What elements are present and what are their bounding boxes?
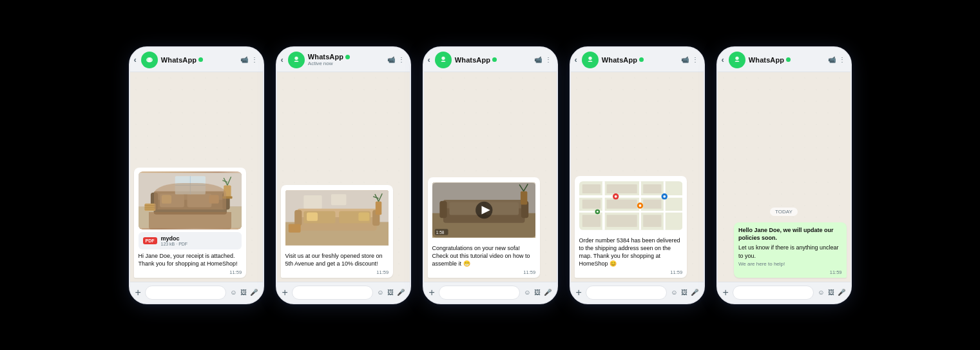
avatar-2 — [288, 52, 305, 68]
more-icon-2[interactable]: ⋮ — [398, 56, 405, 63]
svg-rect-76 — [643, 199, 661, 208]
image-icon-4[interactable]: 🖼 — [681, 289, 687, 296]
back-icon[interactable]: ‹ — [134, 55, 137, 64]
back-icon-2[interactable]: ‹ — [281, 55, 283, 64]
phone-3: ‹ WhatsApp 📹 ⋮ — [423, 46, 558, 304]
pdf-filename: mydoc — [161, 235, 188, 242]
msg-bold-text-5: Hello Jane Doe, we will update our polic… — [738, 227, 834, 241]
msg-image-2 — [285, 189, 389, 249]
sofa-image-1 — [139, 171, 242, 229]
svg-rect-9 — [160, 194, 184, 208]
video-call-icon[interactable]: 📹 — [240, 56, 248, 63]
phone-wrapper-4: ‹ WhatsApp 📹 ⋮ — [570, 46, 705, 304]
mic-icon-3[interactable]: 🎤 — [544, 289, 552, 296]
svg-rect-12 — [209, 195, 218, 204]
message-input-5[interactable] — [733, 286, 814, 300]
message-input-3[interactable] — [439, 286, 520, 300]
name-area-2: WhatsApp Active now — [308, 53, 384, 66]
video-call-icon-2[interactable]: 📹 — [387, 56, 395, 63]
msg-text-5: Let us know if there is anything unclear… — [738, 244, 842, 259]
mic-icon-4[interactable]: 🎤 — [691, 289, 698, 296]
phone-2: ‹ WhatsApp Active now 📹 ⋮ — [276, 46, 411, 304]
plus-icon-5[interactable]: + — [723, 287, 729, 298]
msg-time-3: 11:59 — [432, 269, 536, 275]
svg-point-83 — [639, 204, 641, 207]
plus-icon-1[interactable]: + — [135, 287, 141, 298]
svg-point-45 — [441, 56, 445, 59]
chat-body-4: Order number 5384 has been delivered to … — [571, 72, 704, 282]
more-icon-4[interactable]: ⋮ — [692, 56, 698, 63]
svg-rect-75 — [606, 199, 637, 208]
svg-rect-74 — [582, 199, 600, 208]
footer-icons-1: ☺ 🖼 🎤 — [230, 289, 257, 296]
online-dot-4 — [639, 57, 644, 62]
msg-map-4[interactable] — [579, 180, 683, 234]
svg-rect-77 — [582, 215, 600, 227]
footer-icons-2: ☺ 🖼 🎤 — [377, 289, 404, 296]
msg-time-4: 11:59 — [579, 269, 683, 275]
phone-1: ‹ WhatsApp 📹 ⋮ — [129, 46, 264, 304]
back-icon-3[interactable]: ‹ — [428, 55, 430, 64]
name-area-5: WhatsApp — [749, 56, 825, 64]
phone-footer-4: + ☺ 🖼 🎤 — [571, 282, 704, 303]
image-icon-5[interactable]: 🖼 — [828, 289, 834, 296]
message-bubble-1: PDF mydoc 123 kB · PDF Hi Jane Doe, your… — [134, 168, 247, 277]
phone-4: ‹ WhatsApp 📹 ⋮ — [570, 46, 705, 304]
phone-wrapper-5: ‹ WhatsApp 📹 ⋮ TODAY — [716, 46, 852, 304]
svg-rect-78 — [606, 215, 637, 227]
phone-header-4: ‹ WhatsApp 📹 ⋮ — [571, 48, 704, 72]
emoji-icon-4[interactable]: ☺ — [671, 289, 677, 296]
more-icon-5[interactable]: ⋮ — [839, 56, 845, 63]
message-input-1[interactable] — [145, 286, 226, 300]
image-icon-3[interactable]: 🖼 — [534, 289, 541, 296]
back-icon-4[interactable]: ‹ — [575, 55, 577, 64]
avatar-3 — [435, 52, 452, 68]
svg-rect-44 — [288, 224, 300, 233]
plus-icon-3[interactable]: + — [429, 287, 435, 298]
today-label-5: TODAY — [770, 208, 798, 216]
svg-point-25 — [294, 56, 298, 59]
name-area-4: WhatsApp — [602, 56, 678, 64]
message-input-2[interactable] — [292, 286, 373, 300]
avatar-4 — [582, 52, 599, 68]
more-icon-3[interactable]: ⋮ — [545, 56, 552, 63]
mic-icon-1[interactable]: 🎤 — [250, 289, 258, 296]
video-call-icon-5[interactable]: 📹 — [828, 56, 836, 63]
online-dot-1 — [198, 57, 203, 62]
phone-footer-2: + ☺ 🖼 🎤 — [277, 282, 410, 303]
chat-body-1: PDF mydoc 123 kB · PDF Hi Jane Doe, your… — [130, 72, 263, 282]
plus-icon-2[interactable]: + — [282, 287, 288, 298]
msg-time-5: 11:59 — [738, 269, 842, 275]
back-icon-5[interactable]: ‹ — [722, 55, 724, 64]
emoji-icon-5[interactable]: ☺ — [818, 289, 824, 296]
svg-rect-79 — [643, 215, 661, 227]
video-call-icon-3[interactable]: 📹 — [534, 56, 542, 63]
msg-text-4: Order number 5384 has been delivered to … — [579, 237, 683, 268]
svg-point-64 — [588, 56, 591, 59]
svg-rect-6 — [153, 191, 226, 200]
msg-time-2: 11:59 — [285, 269, 389, 275]
call-icon[interactable]: ⋮ — [251, 56, 258, 63]
video-call-icon-4[interactable]: 📹 — [681, 56, 689, 63]
message-bubble-3: 1:58 Congratulations on your new sofa! C… — [428, 177, 541, 277]
emoji-icon-1[interactable]: ☺ — [230, 289, 236, 296]
header-icons-2: 📹 ⋮ — [387, 56, 405, 63]
contact-name-5: WhatsApp — [749, 56, 784, 64]
svg-rect-39 — [358, 213, 369, 221]
phone-header-3: ‹ WhatsApp 📹 ⋮ — [424, 48, 557, 72]
image-icon-2[interactable]: 🖼 — [387, 289, 394, 296]
mic-icon-5[interactable]: 🎤 — [838, 289, 845, 296]
phones-container: ‹ WhatsApp 📹 ⋮ — [116, 27, 865, 324]
svg-text:1:58: 1:58 — [436, 230, 444, 235]
mic-icon-2[interactable]: 🎤 — [397, 289, 405, 296]
contact-name-4: WhatsApp — [602, 56, 637, 64]
phone-5: ‹ WhatsApp 📹 ⋮ TODAY — [716, 46, 852, 304]
emoji-icon-2[interactable]: ☺ — [377, 289, 383, 296]
svg-point-85 — [663, 195, 666, 198]
emoji-icon-3[interactable]: ☺ — [524, 289, 530, 296]
message-input-4[interactable] — [586, 286, 667, 300]
msg-video-3[interactable]: 1:58 — [432, 181, 536, 242]
image-icon-1[interactable]: 🖼 — [240, 289, 247, 296]
plus-icon-4[interactable]: + — [576, 287, 582, 298]
msg-text-1: Hi Jane Doe, your receipt is attached. T… — [139, 252, 242, 267]
